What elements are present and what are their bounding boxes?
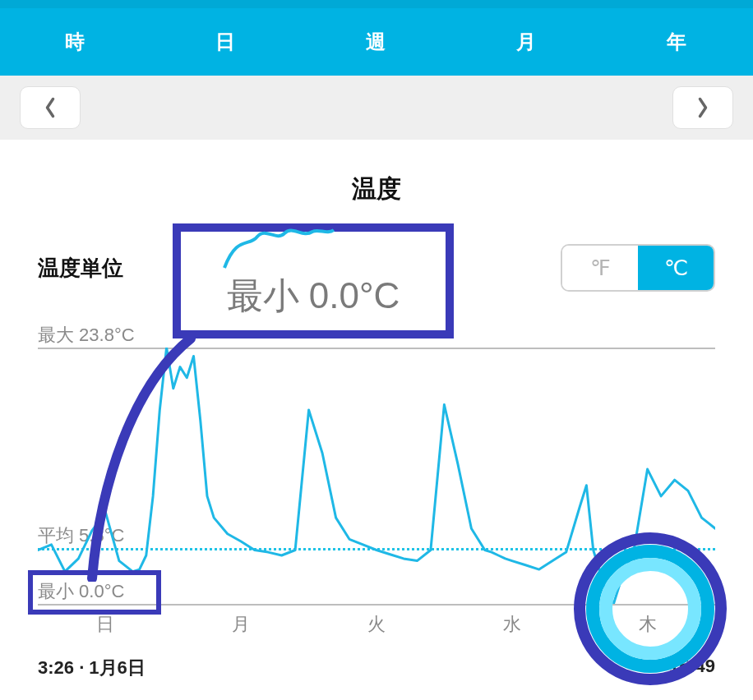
tab-month[interactable]: 月 [452, 29, 603, 55]
callout-zoom-box: 最小 0.0°C [173, 223, 454, 338]
axis-max-label: 最大 23.8°C [38, 323, 135, 348]
x-ticks: 日 月 火 水 木 [38, 612, 715, 637]
x-tick: 木 [580, 612, 715, 637]
tab-week[interactable]: 週 [301, 29, 451, 55]
x-tick: 火 [309, 612, 445, 637]
unit-celsius[interactable]: ℃ [638, 246, 714, 290]
chevron-left-icon [43, 96, 58, 119]
callout-text: 最小 0.0°C [227, 272, 400, 330]
time-end: 15:49 [669, 656, 715, 680]
chart-title: 温度 [38, 173, 715, 206]
tab-day[interactable]: 日 [150, 29, 301, 55]
tab-hour[interactable]: 時 [0, 29, 150, 55]
x-tick: 日 [38, 612, 173, 637]
period-tabs: 時 日 週 月 年 [0, 8, 753, 76]
line-chart [38, 348, 715, 604]
time-start: 3:26 · 1月6日 [38, 656, 146, 680]
unit-fahrenheit[interactable]: ℉ [562, 246, 638, 290]
axis-min-line [38, 604, 715, 606]
chart-area: 最大 23.8°C 平均 5.8°C 最小 0.0°C 日 月 火 水 木 [38, 328, 715, 648]
x-tick: 水 [444, 612, 580, 637]
prev-button[interactable] [20, 86, 81, 129]
header-strip [0, 0, 753, 8]
time-range: 3:26 · 1月6日 15:49 [38, 656, 715, 680]
tab-year[interactable]: 年 [603, 29, 753, 55]
x-tick: 月 [173, 612, 309, 637]
callout-squiggle-icon [220, 227, 335, 269]
unit-label: 温度単位 [38, 254, 123, 283]
unit-toggle: ℉ ℃ [561, 244, 715, 292]
date-nav [0, 76, 753, 140]
chevron-right-icon [695, 96, 710, 119]
next-button[interactable] [672, 86, 733, 129]
